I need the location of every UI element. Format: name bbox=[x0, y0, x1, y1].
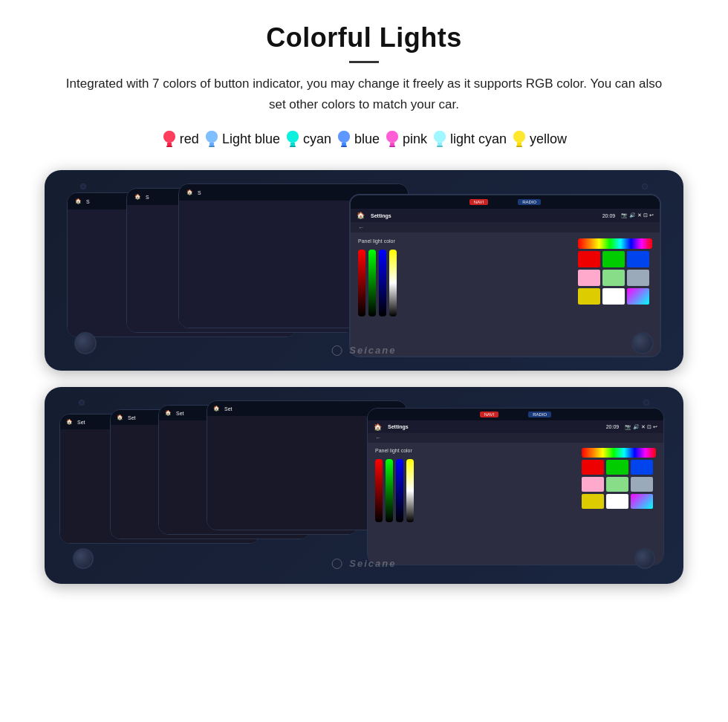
color-label-yellow: yellow bbox=[530, 131, 567, 147]
color-item-blue: blue bbox=[336, 129, 380, 149]
radio-btn-2: RADIO bbox=[528, 412, 551, 417]
settings-title: Settings bbox=[371, 213, 391, 218]
settings-time: 20:09 bbox=[602, 213, 616, 218]
bulb-icon-blue bbox=[336, 129, 352, 149]
bulb-icon-lightcyan bbox=[432, 129, 448, 149]
screw-tl-2 bbox=[79, 400, 85, 406]
device-row-2: 🏠Set 🏠Set bbox=[30, 387, 698, 584]
color-item-lightblue: Light blue bbox=[204, 129, 280, 149]
page-title: Colorful Lights bbox=[30, 22, 698, 53]
color-label-red: red bbox=[180, 131, 199, 147]
stacked-devices-2: 🏠Set 🏠Set bbox=[59, 396, 669, 575]
bulb-icon-pink bbox=[384, 129, 400, 149]
screw-tl bbox=[80, 183, 86, 189]
svg-point-13 bbox=[338, 131, 350, 143]
device-panel-front: NAVI RADIO 🏠 Settings 20:09 📷 🔊 ✕ ⊡ ↩ ← bbox=[349, 194, 661, 357]
svg-point-5 bbox=[206, 131, 218, 143]
color-item-pink: pink bbox=[384, 129, 427, 149]
svg-rect-15 bbox=[341, 146, 347, 147]
bulb-icon-cyan bbox=[285, 129, 301, 149]
page-container: Colorful Lights Integrated with 7 colors… bbox=[0, 0, 728, 622]
seicane-watermark-1: Seicane bbox=[332, 345, 397, 357]
knob-right bbox=[631, 332, 654, 354]
radio-btn: RADIO bbox=[518, 199, 541, 205]
title-section: Colorful Lights Integrated with 7 colors… bbox=[30, 22, 698, 115]
color-label-cyan: cyan bbox=[303, 131, 331, 147]
color-label-blue: blue bbox=[354, 131, 380, 147]
color-list: red Light blue cyan bbox=[30, 129, 698, 149]
navi-btn-2: NAVI bbox=[480, 412, 499, 417]
svg-rect-22 bbox=[438, 143, 442, 146]
bulb-icon-lightblue bbox=[204, 129, 220, 149]
svg-rect-14 bbox=[342, 143, 346, 146]
svg-point-25 bbox=[513, 131, 525, 143]
svg-rect-11 bbox=[290, 146, 296, 147]
device-row-1: 🏠 S 🏠 S bbox=[30, 170, 698, 371]
svg-rect-10 bbox=[290, 143, 295, 146]
color-label-lightcyan: light cyan bbox=[450, 131, 507, 147]
svg-rect-19 bbox=[389, 146, 395, 147]
svg-point-21 bbox=[434, 131, 446, 143]
bulb-icon-red bbox=[161, 129, 178, 149]
svg-rect-7 bbox=[209, 146, 215, 147]
title-divider bbox=[349, 61, 379, 63]
description-text: Integrated with 7 colors of button indic… bbox=[59, 74, 669, 115]
color-label-lightblue: Light blue bbox=[222, 131, 280, 147]
knob-right-2 bbox=[634, 548, 655, 569]
svg-rect-23 bbox=[437, 146, 443, 147]
settings-time-2: 20:09 bbox=[606, 424, 620, 429]
screw-tr-2 bbox=[643, 400, 649, 406]
svg-rect-26 bbox=[517, 143, 521, 146]
screw-tr bbox=[642, 183, 648, 189]
knob-left bbox=[74, 332, 97, 354]
svg-point-9 bbox=[287, 131, 299, 143]
panel-light-label-2: Panel light color bbox=[375, 448, 574, 453]
svg-rect-6 bbox=[209, 143, 214, 146]
svg-point-1 bbox=[163, 131, 175, 143]
knob-left-2 bbox=[73, 548, 94, 569]
navi-btn: NAVI bbox=[469, 199, 489, 205]
color-item-yellow: yellow bbox=[511, 129, 567, 149]
svg-rect-2 bbox=[167, 143, 172, 146]
device-panel-front-2: NAVI RADIO 🏠 Settings 20:09 📷 🔊 ✕ ⊡ ↩ ← bbox=[367, 408, 664, 565]
bulb-icon-yellow bbox=[511, 129, 527, 149]
svg-rect-3 bbox=[166, 146, 172, 147]
color-item-cyan: cyan bbox=[285, 129, 331, 149]
svg-point-17 bbox=[386, 131, 398, 143]
settings-title-2: Settings bbox=[388, 424, 409, 429]
stacked-devices-1: 🏠 S 🏠 S bbox=[59, 179, 669, 362]
color-label-pink: pink bbox=[403, 131, 427, 147]
svg-rect-18 bbox=[390, 143, 394, 146]
svg-rect-27 bbox=[516, 146, 522, 147]
color-item-lightcyan: light cyan bbox=[432, 129, 507, 149]
device-showcase-1: 🏠 S 🏠 S bbox=[45, 170, 683, 371]
color-item-red: red bbox=[161, 129, 199, 149]
seicane-watermark-2: Seicane bbox=[332, 558, 397, 570]
panel-light-label: Panel light color bbox=[358, 238, 571, 244]
device-showcase-2: 🏠Set 🏠Set bbox=[45, 387, 683, 584]
